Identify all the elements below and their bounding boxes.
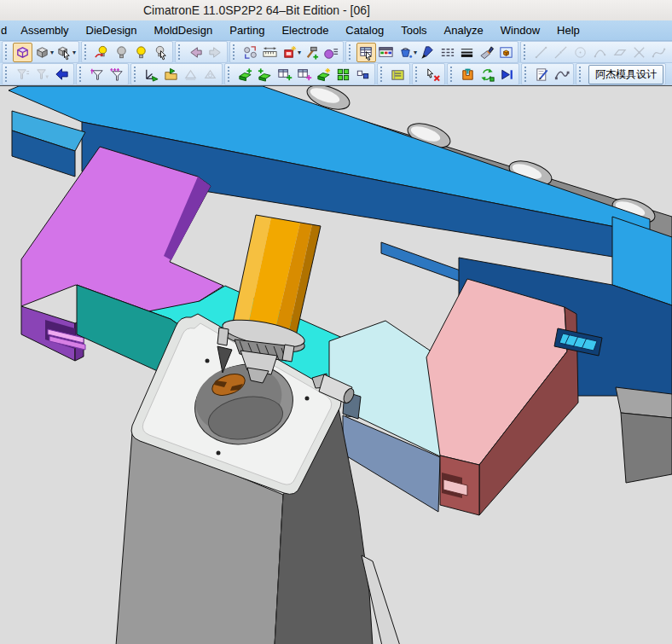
line-style-icon[interactable] (437, 43, 457, 62)
sketch-spline-icon[interactable] (649, 43, 669, 62)
toolbar-grip-handle[interactable] (579, 67, 584, 82)
datum-plane-icon[interactable] (181, 65, 200, 84)
sketch-loop-icon[interactable] (669, 43, 672, 62)
screw-hole[interactable] (217, 451, 221, 455)
dropdown-caret-icon[interactable]: ▾ (414, 49, 417, 56)
menu-bar: dAssemblyDieDesignMoldDesignPartingElect… (0, 20, 672, 41)
run-simulation-icon[interactable] (497, 65, 517, 84)
align-components-icon[interactable] (353, 65, 373, 84)
toolbar-group (377, 63, 410, 85)
toolbar-grip-handle[interactable] (349, 44, 354, 60)
application-window: CimatronE 11.0SP2P2 64–Bit Edition - [06… (0, 0, 672, 644)
mold-base-icon[interactable] (458, 65, 478, 84)
dropdown-caret-icon[interactable]: ▾ (72, 49, 76, 56)
color-table-icon[interactable] (376, 43, 396, 62)
toolbar-grip-handle[interactable] (524, 67, 530, 82)
menu-item-molddesign[interactable]: MoldDesign (146, 22, 222, 38)
load-ucs-icon[interactable] (161, 65, 181, 84)
screw-hole[interactable] (305, 397, 310, 401)
toolbar-grip-handle[interactable] (84, 44, 90, 60)
viewport-3d[interactable] (0, 86, 672, 644)
menu-item-window[interactable]: Window (492, 22, 548, 38)
attributes-table-icon[interactable] (356, 43, 376, 62)
view-wireframe-icon[interactable] (13, 43, 32, 62)
toolbar-grip-handle[interactable] (450, 67, 455, 82)
sketch-arc-icon[interactable] (590, 43, 610, 62)
sketch-circle-icon[interactable] (571, 43, 590, 62)
step-back-icon[interactable] (52, 65, 72, 84)
sketch-intersect-icon[interactable] (629, 43, 649, 62)
add-sub-assembly-icon[interactable] (333, 65, 353, 84)
open-catalog-icon[interactable] (388, 65, 408, 84)
add-active-part-icon[interactable] (235, 65, 255, 84)
update-links-icon[interactable] (478, 65, 497, 84)
selection-filter-icon[interactable] (87, 65, 107, 84)
toolbar-grip-handle[interactable] (178, 44, 183, 60)
sketch-polyline-icon[interactable] (551, 43, 571, 62)
menu-item-truncated[interactable]: d (0, 22, 12, 38)
add-bom-part-icon[interactable] (294, 65, 314, 84)
toolbar-group: 阿杰模具设计 (576, 63, 666, 85)
menu-item-help[interactable]: Help (548, 22, 588, 38)
toolbar-grip-handle[interactable] (228, 67, 233, 82)
view-shaded-icon[interactable] (32, 43, 52, 62)
menu-item-tools[interactable]: Tools (392, 22, 435, 38)
view-pick-display-icon[interactable] (55, 43, 74, 62)
datum-axis-icon[interactable] (200, 65, 220, 84)
pin-clip-right[interactable] (282, 345, 294, 362)
next-view-icon[interactable] (206, 43, 225, 62)
swap-entities-icon[interactable] (240, 43, 260, 62)
measure-icon[interactable] (260, 43, 280, 62)
toolbar-grip-handle[interactable] (5, 67, 10, 82)
add-part-icon[interactable] (255, 65, 275, 84)
toolbar-grip-handle[interactable] (79, 67, 84, 82)
add-catalog-part-icon[interactable] (275, 65, 294, 84)
show-all-icon[interactable] (131, 43, 151, 62)
fill-color-icon[interactable] (396, 43, 415, 62)
pin-clip-left[interactable] (217, 328, 229, 345)
delete-component-icon[interactable] (423, 65, 443, 84)
dropdown-caret-icon[interactable]: ▾ (298, 49, 301, 56)
menu-item-assembly[interactable]: Assembly (12, 22, 77, 38)
solid-display-icon[interactable] (496, 43, 516, 62)
support-block-front[interactable] (621, 413, 672, 483)
menu-item-analyze[interactable]: Analyze (436, 22, 492, 38)
pick-color-icon[interactable] (418, 43, 437, 62)
line-width-icon[interactable] (457, 43, 477, 62)
paint-attributes-icon[interactable] (477, 43, 496, 62)
curves-icon[interactable] (552, 65, 571, 84)
toolbar-grip-handle[interactable] (524, 44, 529, 60)
window-title: CimatronE 11.0SP2P2 64–Bit Edition - [06… (0, 3, 370, 17)
screw-hole[interactable] (206, 359, 210, 363)
sketch-parallelogram-icon[interactable] (610, 43, 629, 62)
ucs-icon[interactable] (142, 65, 161, 84)
dropdown-caret-icon[interactable]: ▾ (50, 49, 54, 56)
menu-item-parting[interactable]: Parting (221, 22, 273, 38)
hide-all-icon[interactable] (112, 43, 131, 62)
new-part-icon[interactable] (314, 65, 333, 84)
menu-item-catalog[interactable]: Catalog (337, 22, 392, 38)
filter-options-icon[interactable] (13, 65, 32, 84)
previous-view-icon[interactable] (186, 43, 206, 62)
preferences-icon[interactable] (280, 43, 299, 62)
toolbar-grip-handle[interactable] (415, 67, 420, 82)
scene-canvas[interactable] (0, 86, 672, 644)
toolbar-grip-handle[interactable] (233, 44, 238, 60)
toolbar-assembly: 阿杰模具设计 (0, 63, 672, 86)
add-filter-icon[interactable] (107, 65, 126, 84)
menu-item-diedesign[interactable]: DieDesign (78, 22, 146, 38)
custom-macro-button[interactable]: 阿杰模具设计 (588, 65, 663, 84)
sketcher-icon[interactable] (532, 65, 552, 84)
show-hide-icon[interactable] (92, 43, 112, 62)
toolbar-grip-handle[interactable] (5, 44, 10, 60)
toolbar-group: ▾ (229, 41, 344, 63)
filter-settings-icon[interactable] (32, 65, 52, 84)
show-by-pick-icon[interactable] (151, 43, 171, 62)
toolbar-grip-handle[interactable] (134, 67, 139, 82)
menu-item-electrode[interactable]: Electrode (273, 22, 337, 38)
toolbar-grip-handle[interactable] (380, 67, 385, 82)
add-tool-icon[interactable] (302, 43, 322, 62)
render-options-icon[interactable] (322, 43, 341, 62)
sketch-line-icon[interactable] (531, 43, 551, 62)
toolbar-group (130, 63, 223, 85)
